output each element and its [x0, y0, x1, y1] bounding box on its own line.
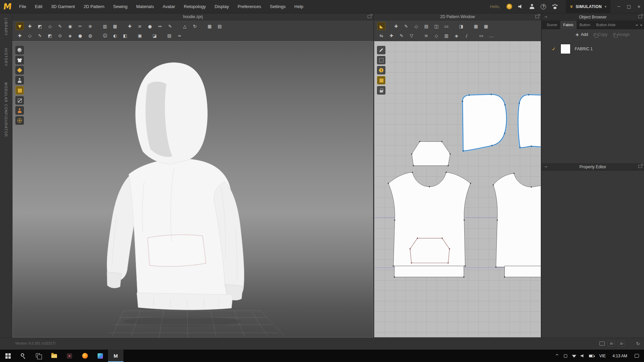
edit-pattern-icon[interactable]: ✎ [402, 22, 410, 30]
internal-line-icon[interactable]: ≡ [422, 32, 430, 40]
texture-editor-icon[interactable]: ◨ [457, 22, 465, 30]
render-window-icon[interactable] [599, 342, 605, 346]
buttonhole-2d-icon[interactable]: ◈ [452, 32, 461, 40]
show-fabric-2d-icon[interactable] [377, 76, 385, 84]
edit-texture-2d-icon[interactable] [377, 46, 385, 54]
menu-item[interactable]: 3D Garment [47, 0, 79, 13]
hoodie-cuff-left[interactable] [107, 272, 121, 288]
flatten-mesh-icon[interactable]: ◪ [151, 32, 159, 40]
tab-scroll-left-icon[interactable]: ◄ [634, 21, 639, 29]
collapse-arrow-icon[interactable]: → [544, 165, 547, 169]
task-view-button[interactable] [31, 350, 46, 362]
menu-item[interactable]: 2D Pattern [79, 0, 109, 13]
arrangement-point-icon[interactable]: ⊙ [56, 32, 64, 40]
safety-pin-icon[interactable]: ✚ [126, 22, 134, 30]
transform-pattern-icon[interactable]: ◇ [46, 22, 54, 30]
pattern-piece-pocket[interactable] [410, 238, 450, 263]
copy-button[interactable]: Copy [594, 32, 607, 37]
select-avatar-icon[interactable]: ✚ [16, 32, 24, 40]
hoodie-garment[interactable] [107, 63, 244, 326]
bounding-volume-icon[interactable]: ◈ [66, 32, 74, 40]
grid-3d-icon[interactable]: ▦ [206, 22, 214, 30]
avatar-joint-icon[interactable]: ◍ [86, 32, 94, 40]
add-button[interactable]: + Add [575, 32, 588, 37]
pattern-2d-view[interactable] [374, 41, 541, 338]
simulate-icon[interactable]: ▼ [16, 22, 24, 30]
menu-item[interactable]: File [15, 0, 31, 13]
show-avatar-skin-icon[interactable] [15, 106, 24, 115]
show-garment-icon[interactable] [15, 56, 24, 64]
free-sewing-icon[interactable]: ✚ [387, 32, 395, 40]
pattern-piece-back-body[interactable] [493, 173, 541, 267]
pattern-piece-front-waistband[interactable] [394, 266, 464, 277]
add-point-icon[interactable]: ◇ [412, 22, 420, 30]
menu-item[interactable]: Settings [266, 0, 290, 13]
media-app-button[interactable] [62, 350, 77, 362]
browser-button[interactable] [77, 350, 93, 362]
avatar-hair-icon[interactable]: ◐ [111, 32, 119, 40]
show-internal-lines-icon[interactable] [15, 66, 24, 74]
connect-coin-icon[interactable] [505, 0, 514, 13]
select-mesh-icon[interactable]: ◩ [36, 22, 44, 30]
tab-button[interactable]: Button [577, 21, 593, 29]
pattern-piece-hood-right[interactable] [518, 95, 541, 148]
reset-arrangement-icon[interactable]: ↻ [191, 22, 199, 30]
viewport-3d[interactable] [12, 41, 373, 338]
volume-tray-icon[interactable] [579, 350, 587, 362]
language-indicator[interactable]: VIE [596, 354, 609, 358]
tray-app-icon[interactable] [561, 350, 570, 362]
wind-controller-icon[interactable]: ≈ [175, 32, 183, 40]
tab-modular-configurator[interactable]: MODULAR CONFIGURATOR [4, 82, 8, 137]
sync-icon[interactable]: ↻ [636, 341, 640, 346]
collapse-arrow-icon[interactable]: → [544, 15, 547, 19]
show-info-2d-icon[interactable] [377, 66, 385, 74]
marvelous-designer-button[interactable]: M [108, 350, 123, 362]
toggle-2d-button[interactable]: 2D [618, 341, 625, 346]
popout-icon[interactable] [638, 15, 642, 18]
menu-item[interactable]: Help [290, 0, 308, 13]
show-gizmo-icon[interactable] [15, 46, 24, 54]
notch-icon[interactable]: ▥ [442, 32, 450, 40]
uv-editor-icon[interactable]: ▤ [165, 32, 173, 40]
tack-on-avatar-icon[interactable]: ⊕ [86, 22, 94, 30]
dart-icon[interactable]: ◇ [432, 32, 440, 40]
tab-button-hole[interactable]: Button Hole [593, 21, 619, 29]
toggle-3d-button[interactable]: 3D [608, 341, 615, 346]
simulation-toggle[interactable]: » SIMULATION ▾ [566, 0, 610, 13]
menu-item[interactable]: Display [210, 0, 233, 13]
detach-sewing-icon[interactable]: ▽ [408, 32, 416, 40]
minimize-button[interactable]: ─ [614, 0, 624, 13]
grainline-icon[interactable]: △ [181, 22, 189, 30]
edit-sewing-icon[interactable]: ✎ [397, 32, 406, 40]
pattern-piece-hood-gusset[interactable] [412, 141, 450, 166]
file-explorer-button[interactable] [46, 350, 62, 362]
menu-item[interactable]: Retopology [179, 0, 210, 13]
grid-2d-icon[interactable]: ▦ [472, 22, 480, 30]
more-tools-icon[interactable]: … [487, 32, 495, 40]
sewing-3d-icon[interactable]: ✂ [76, 22, 84, 30]
show-lock-2d-icon[interactable] [377, 86, 385, 95]
app-logo[interactable]: M [0, 0, 15, 13]
tab-library[interactable]: LIBRARY [4, 18, 8, 36]
menu-item[interactable]: Preferences [233, 0, 265, 13]
close-button[interactable]: × [634, 0, 644, 13]
fabric-swatch[interactable] [560, 44, 571, 54]
show-seamline-icon[interactable] [15, 96, 24, 105]
avatar-tape-icon[interactable]: ◇ [26, 32, 34, 40]
zipper-icon[interactable]: / [463, 32, 471, 40]
trace-icon[interactable]: ◫ [432, 22, 440, 30]
select-2d-icon[interactable]: ✚ [392, 22, 400, 30]
show-avatar-mesh-icon[interactable] [15, 116, 24, 125]
segment-sewing-icon[interactable]: ⇆ [377, 32, 385, 40]
render-icon[interactable]: ▣ [136, 32, 144, 40]
avatar-shoe-icon[interactable]: ◧ [121, 32, 129, 40]
fabric-list-item[interactable]: ✓ FABRIC 1 [542, 44, 644, 54]
fold-arrangement-icon[interactable]: ▥ [101, 22, 109, 30]
maximize-button[interactable]: □ [624, 0, 634, 13]
menu-item[interactable]: Avatar [158, 0, 179, 13]
show-fabric-texture-icon[interactable] [15, 86, 24, 95]
steam-brush-icon[interactable]: ● [146, 22, 154, 30]
popout-icon[interactable] [638, 165, 642, 168]
piping-icon[interactable]: ▭ [477, 32, 485, 40]
clock[interactable]: 4:13 AM [609, 354, 631, 358]
